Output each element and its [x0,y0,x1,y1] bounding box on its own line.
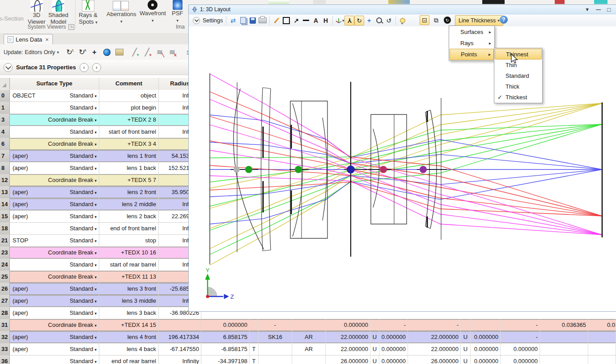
surface-type-dropdown[interactable]: Coordinate Break▾ [48,114,97,126]
window-menu-icon[interactable]: ▼ [585,7,590,12]
comment-cell[interactable]: lens 3 middle [99,295,159,307]
surface-type-dropdown[interactable]: Standard▾ [70,90,97,102]
insert-surface-icon[interactable]: ╱+ [130,47,140,57]
3d-layout-title-bar[interactable]: 1: 3D Layout ▼ — □ [189,5,616,14]
data-cell-mflag[interactable]: U [461,331,471,343]
layers-icon[interactable]: ⧉ [431,15,441,25]
row-number[interactable]: 31 [0,319,10,331]
data-cell-c10[interactable] [549,356,588,364]
3d-layout-canvas-area[interactable]: YZ [189,26,616,311]
surface-type-dropdown[interactable]: Standard▾ [70,186,97,198]
data-cell-sflag[interactable]: U [370,331,379,343]
update-mode-dropdown[interactable]: Update: Editors Only▾ [4,49,59,55]
table-corner-cell[interactable] [0,78,10,89]
surface-type-dropdown[interactable]: Standard▾ [70,259,97,271]
settings-button[interactable]: Settings [201,16,224,25]
comment-cell[interactable]: lens 4 back [99,343,159,355]
submenu-item-thickest[interactable]: ✓Thickest [495,92,542,102]
line-annotate-icon[interactable] [301,16,311,25]
menu-item-points[interactable]: Points▸ [450,49,494,60]
radius-cell[interactable] [159,319,201,331]
submenu-item-thick[interactable]: Thick [495,81,542,92]
comment-cell[interactable]: stop [99,235,159,246]
insert-multiple-icon[interactable]: ≋╲ [155,47,165,57]
column-header-surface-type[interactable]: Surface Type [10,78,99,89]
surface-type-dropdown[interactable]: Standard▾ [70,331,97,343]
surface-type-dropdown[interactable]: Standard▾ [70,162,97,174]
row-number[interactable]: 25 [0,271,10,283]
data-cell-mflag[interactable]: U [461,356,471,364]
comment-cell[interactable]: +TEDX 10 16 [99,247,159,258]
data-cell-mech[interactable]: 26.000000 [408,356,461,364]
rotate-view-icon[interactable]: ↻ [354,16,364,25]
data-cell-semi[interactable]: 22.000000 [326,331,370,343]
data-cell-chip[interactable]: 0.000000 [379,356,408,364]
row-number[interactable]: 13 [0,186,10,198]
data-cell-mflag[interactable] [461,319,471,331]
radius-cell[interactable]: Infinity [159,356,201,364]
data-cell-chip[interactable]: 0.000000 [379,343,408,355]
row-number[interactable]: 26 [0,283,10,295]
window-maximize-icon[interactable]: □ [607,6,611,13]
row-number[interactable]: 1 [0,102,10,114]
data-cell-tflag[interactable]: T [250,356,259,364]
surface-type-dropdown[interactable]: Coordinate Break▾ [48,174,97,186]
radius-cell[interactable]: -67.147550 [159,343,201,355]
ribbon-item-psf[interactable]: PSF▾ [172,0,183,23]
ribbon-item-rays-spots[interactable]: Rays &Spots ▾ [79,0,98,25]
row-number[interactable]: 14 [0,199,10,210]
surface-type-dropdown[interactable]: Standard▾ [70,307,97,319]
data-cell-conic[interactable]: 0.000000 [471,356,501,364]
surface-type-dropdown[interactable]: Standard▾ [70,356,97,364]
delete-surface-icon[interactable]: ╱× [142,47,152,57]
surface-type-dropdown[interactable]: Standard▾ [70,283,97,295]
surface-type-dropdown[interactable]: Coordinate Break▾ [48,271,97,283]
window-minimize-icon[interactable]: — [596,7,601,12]
comment-cell[interactable]: lens 1 back [99,162,159,174]
data-cell-thick[interactable]: -34.397198 [204,356,250,364]
row-number[interactable]: 27 [0,295,10,307]
copy-icon[interactable] [238,16,248,25]
reset-clock-icon[interactable]: ↻ [442,15,452,25]
radius-cell[interactable]: 196.417334 [159,331,201,343]
surface-type-dropdown[interactable]: Coordinate Break▾ [48,319,97,331]
data-cell-mat[interactable] [259,343,292,355]
row-number[interactable]: 21 [0,235,10,246]
lamp-icon[interactable] [398,16,408,25]
surface-type-dropdown[interactable]: Standard▾ [70,235,97,246]
row-number[interactable]: 36 [0,356,10,364]
row-number[interactable]: 15 [0,211,10,222]
flip-annotate-icon[interactable]: H [321,16,331,25]
row-number[interactable]: 8 [0,162,10,174]
comment-cell[interactable]: end of front barrel [99,223,159,234]
comment-cell[interactable]: +TEDX 11 13 [99,271,159,283]
data-cell-sflag[interactable]: U [370,356,379,364]
next-surface-button[interactable]: › [92,63,101,72]
data-cell-c9[interactable]: - [510,331,540,343]
data-cell-c9[interactable]: 0.000000 [510,356,540,364]
surface-type-dropdown[interactable]: Coordinate Break▾ [48,247,97,258]
data-cell-c10[interactable] [549,331,588,343]
surface-image-icon[interactable] [115,47,124,57]
text-annotate-icon[interactable]: A [311,16,321,25]
data-cell-conic[interactable]: 0.000000 [471,331,501,343]
comment-cell[interactable]: plot begin [99,102,159,114]
ribbon-item-aberrations[interactable]: Aberrations▾ [106,0,136,24]
surface-type-dropdown[interactable]: Standard▾ [70,150,97,162]
surface-type-dropdown[interactable]: Coordinate Break▾ [48,138,97,150]
comment-cell[interactable]: +TEDX 3 4 [99,138,159,150]
zoom-icon[interactable] [374,16,384,25]
surface-type-dropdown[interactable]: Standard▾ [70,211,97,222]
rotate-back-icon[interactable]: ↺ [384,16,394,25]
data-cell-sflag[interactable] [370,319,379,331]
fit-view-icon[interactable]: ⊡ [420,15,429,25]
data-cell-mat[interactable]: SK16 [259,331,292,343]
comment-cell[interactable]: start of front barrel [99,126,159,138]
surface-type-dropdown[interactable]: Standard▾ [70,126,97,138]
data-cell-mat[interactable]: - [259,319,292,331]
surface-type-dropdown[interactable]: Standard▾ [70,343,97,355]
data-cell-semi[interactable]: 22.000000 [326,343,370,355]
comment-cell[interactable]: lens 3 back [99,307,159,319]
surface-type-dropdown[interactable]: Standard▾ [70,199,97,210]
dialog-launcher-icon[interactable]: ↘ [68,24,74,30]
